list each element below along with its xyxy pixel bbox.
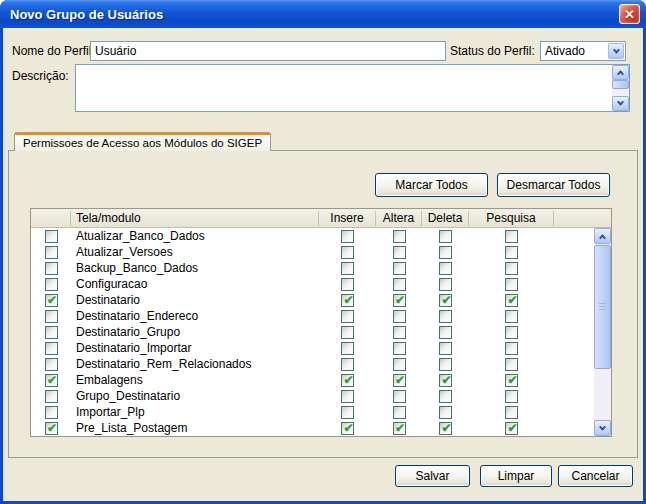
chevron-down-icon [599,423,606,430]
pesquisa-checkbox[interactable] [505,358,518,371]
titlebar[interactable]: Novo Grupo de Usuários ✕ [0,0,646,28]
pesquisa-checkbox[interactable] [505,422,518,435]
deleta-checkbox[interactable] [439,310,452,323]
altera-checkbox[interactable] [393,230,406,243]
deleta-checkbox[interactable] [439,422,452,435]
unmark-all-button[interactable]: Desmarcar Todos [497,173,610,197]
scrollbar-thumb[interactable] [594,245,611,369]
altera-checkbox[interactable] [393,310,406,323]
insere-checkbox[interactable] [341,358,354,371]
altera-checkbox[interactable] [393,278,406,291]
altera-checkbox[interactable] [393,262,406,275]
pesquisa-checkbox[interactable] [505,374,518,387]
row-select-checkbox[interactable] [45,374,58,387]
deleta-checkbox[interactable] [439,390,452,403]
deleta-checkbox[interactable] [439,278,452,291]
pesquisa-checkbox[interactable] [505,406,518,419]
insere-checkbox[interactable] [341,246,354,259]
chevron-up-icon [617,70,624,77]
save-button[interactable]: Salvar [395,465,470,487]
insere-checkbox[interactable] [341,278,354,291]
altera-checkbox[interactable] [393,294,406,307]
table-row: Embalagens [31,372,611,388]
clear-button[interactable]: Limpar [480,465,552,487]
insere-checkbox[interactable] [341,310,354,323]
row-select-checkbox[interactable] [45,310,58,323]
pesquisa-checkbox[interactable] [505,294,518,307]
insere-checkbox[interactable] [341,262,354,275]
deleta-checkbox[interactable] [439,294,452,307]
profile-status-select[interactable]: Ativado [540,41,626,61]
scroll-up-button[interactable] [594,228,611,244]
deleta-checkbox[interactable] [439,358,452,371]
deleta-checkbox[interactable] [439,230,452,243]
altera-checkbox[interactable] [393,374,406,387]
close-icon: ✕ [624,8,635,21]
description-label: Descrição: [12,69,69,83]
footer: Salvar Limpar Cancelar [3,458,643,501]
deleta-checkbox[interactable] [439,342,452,355]
row-select-checkbox[interactable] [45,422,58,435]
scroll-down-button[interactable] [612,96,629,111]
pesquisa-checkbox[interactable] [505,342,518,355]
altera-checkbox[interactable] [393,422,406,435]
deleta-checkbox[interactable] [439,326,452,339]
insere-checkbox[interactable] [341,406,354,419]
altera-checkbox[interactable] [393,358,406,371]
insere-checkbox[interactable] [341,374,354,387]
altera-checkbox[interactable] [393,326,406,339]
deleta-checkbox[interactable] [439,406,452,419]
altera-checkbox[interactable] [393,246,406,259]
pesquisa-checkbox[interactable] [505,390,518,403]
insere-checkbox[interactable] [341,342,354,355]
header-module: Tela/modulo [71,211,319,226]
row-select-checkbox[interactable] [45,230,58,243]
module-name: Atualizar_Banco_Dados [71,229,319,243]
pesquisa-checkbox[interactable] [505,326,518,339]
altera-checkbox[interactable] [393,390,406,403]
deleta-checkbox[interactable] [439,262,452,275]
row-select-checkbox[interactable] [45,326,58,339]
scroll-down-button[interactable] [594,420,611,436]
scrollbar-thumb[interactable] [612,80,629,89]
pesquisa-checkbox[interactable] [505,262,518,275]
pesquisa-checkbox[interactable] [505,310,518,323]
pesquisa-checkbox[interactable] [505,246,518,259]
table-scrollbar[interactable] [594,228,611,436]
row-select-checkbox[interactable] [45,358,58,371]
table-row: Configuracao [31,276,611,292]
cancel-button[interactable]: Cancelar [558,465,633,487]
row-select-checkbox[interactable] [45,278,58,291]
profile-name-input[interactable] [90,41,446,61]
insere-checkbox[interactable] [341,390,354,403]
dialog-body: Nome do Perfil: Status do Perfil: Ativad… [3,28,643,501]
altera-checkbox[interactable] [393,406,406,419]
description-scrollbar[interactable] [612,65,629,111]
insere-checkbox[interactable] [341,326,354,339]
row-select-checkbox[interactable] [45,246,58,259]
pesquisa-checkbox[interactable] [505,230,518,243]
insere-checkbox[interactable] [341,422,354,435]
combo-dropdown-button[interactable] [608,43,624,59]
window-title: Novo Grupo de Usuários [10,7,619,22]
table-row: Destinatario_Importar [31,340,611,356]
insere-checkbox[interactable] [341,230,354,243]
mark-all-button[interactable]: Marcar Todos [375,173,488,197]
tab-permissions[interactable]: Permissoes de Acesso aos Módulos do SIGE… [14,132,271,151]
row-select-checkbox[interactable] [45,390,58,403]
row-select-checkbox[interactable] [45,262,58,275]
module-name: Destinatario_Endereco [71,309,319,323]
table-row: Destinatario_Rem_Relacionados [31,356,611,372]
altera-checkbox[interactable] [393,342,406,355]
row-select-checkbox[interactable] [45,294,58,307]
deleta-checkbox[interactable] [439,246,452,259]
insere-checkbox[interactable] [341,294,354,307]
deleta-checkbox[interactable] [439,374,452,387]
row-select-checkbox[interactable] [45,342,58,355]
scroll-up-button[interactable] [612,65,629,80]
row-select-checkbox[interactable] [45,406,58,419]
pesquisa-checkbox[interactable] [505,278,518,291]
close-button[interactable]: ✕ [619,4,640,24]
description-textarea[interactable] [75,64,630,112]
module-name: Atualizar_Versoes [71,245,319,259]
